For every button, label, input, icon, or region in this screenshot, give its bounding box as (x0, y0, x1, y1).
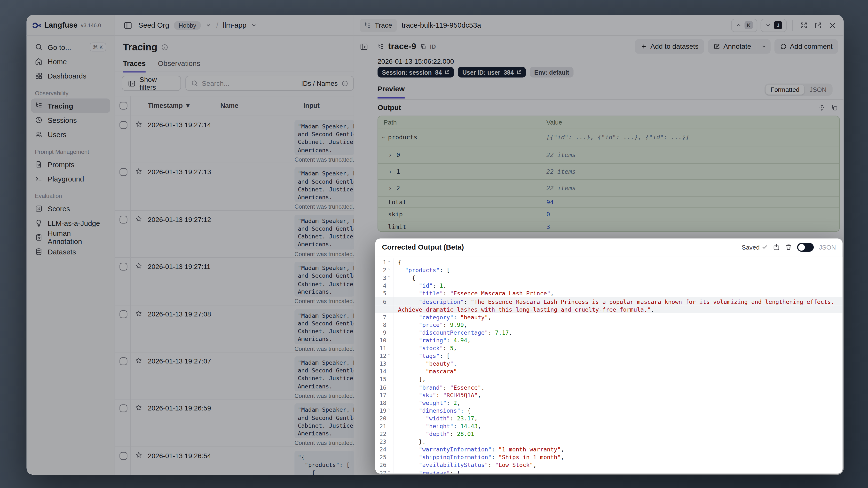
code-line: 21 "height": 14.43, (375, 422, 842, 430)
code-line: 2› "products": [ (375, 266, 842, 274)
code-text: "reviews": [ (394, 469, 460, 474)
saved-status: Saved (742, 244, 768, 250)
json-mode-toggle[interactable] (797, 243, 814, 251)
line-number: 16 (375, 383, 394, 391)
code-text: "price": 9.99, (394, 321, 467, 328)
code-text: "shippingInformation": "Ships in 1 month… (394, 454, 564, 460)
line-number: 2› (375, 266, 394, 274)
code-line: 5 "title": "Essence Mascara Lash Prince"… (375, 289, 842, 297)
code-line: 4 "id": 1, (375, 282, 842, 289)
app-window: Langfuse v3.146.0 Go to... ⌘ K HomeDashb… (27, 15, 844, 475)
code-line: 16 "brand": "Essence", (375, 383, 842, 391)
line-number: 6 (375, 297, 394, 305)
code-text: "width": 23.17, (394, 415, 477, 421)
code-text: "products": [ (394, 267, 450, 273)
code-line: 22 "depth": 28.01 (375, 430, 842, 437)
code-text: "category": "beauty", (394, 313, 491, 320)
save-icon[interactable] (773, 244, 780, 251)
line-number: 9 (375, 329, 394, 336)
code-text: "rating": 4.94, (394, 337, 471, 343)
code-text: Achieve dramatic lashes with this long-l… (394, 306, 654, 312)
line-number (375, 305, 394, 313)
line-number: 12› (375, 352, 394, 360)
code-text: "description": "The Essence Mascara Lash… (394, 298, 834, 305)
code-line: 6 "description": "The Essence Mascara La… (375, 297, 842, 305)
line-number: 15 (375, 375, 394, 383)
line-number: 24 (375, 446, 394, 453)
line-number: 7 (375, 313, 394, 321)
line-number: 22 (375, 430, 394, 437)
line-number: 26 (375, 461, 394, 469)
code-line: 3› { (375, 274, 842, 282)
code-text: "stock": 5, (394, 345, 457, 352)
code-text: "availabilityStatus": "Low Stock", (394, 462, 536, 468)
code-text: "discountPercentage": 7.17, (394, 329, 512, 336)
check-icon (762, 244, 768, 250)
code-line: 19› "dimensions": { (375, 406, 842, 414)
code-text: "dimensions": { (394, 407, 471, 414)
line-number: 19› (375, 406, 394, 414)
code-text: "sku": "RCH45Q1A", (394, 392, 481, 398)
corrected-output-title: Corrected Output (Beta) (382, 243, 464, 251)
code-line: 14 "mascara" (375, 368, 842, 375)
line-number: 21 (375, 422, 394, 430)
code-line: 12› "tags": [ (375, 352, 842, 360)
code-text: { (394, 259, 401, 266)
code-line: 8 "price": 9.99, (375, 321, 842, 329)
desktop: Langfuse v3.146.0 Go to... ⌘ K HomeDashb… (0, 0, 868, 488)
code-text: "tags": [ (394, 353, 450, 359)
code-line: 23 }, (375, 438, 842, 446)
line-number: 25 (375, 453, 394, 461)
code-line: 11 "stock": 5, (375, 344, 842, 352)
code-text: "mascara" (394, 368, 457, 375)
line-number: 14 (375, 368, 394, 375)
line-number: 5 (375, 289, 394, 297)
code-line: 17 "sku": "RCH45Q1A", (375, 391, 842, 399)
code-text: "title": "Essence Mascara Lash Prince", (394, 290, 554, 297)
json-code-editor[interactable]: 1›{2› "products": [3› {4 "id": 1,5 "titl… (375, 256, 842, 474)
code-text: ], (394, 376, 426, 383)
line-number: 17 (375, 391, 394, 399)
code-line: 24 "warrantyInformation": "1 month warra… (375, 446, 842, 453)
code-text: "depth": 28.01 (394, 431, 474, 437)
code-line: 10 "rating": 4.94, (375, 336, 842, 344)
code-text: "beauty", (394, 360, 457, 367)
corrected-output-card: Corrected Output (Beta) Saved JSON 1›{2›… (375, 238, 842, 474)
code-line: 26 "availabilityStatus": "Low Stock", (375, 461, 842, 469)
line-number: 27› (375, 469, 394, 474)
code-line: 20 "width": 23.17, (375, 414, 842, 422)
code-line: Achieve dramatic lashes with this long-l… (375, 305, 842, 313)
code-text: "weight": 2, (394, 399, 460, 406)
line-number: 20 (375, 414, 394, 422)
code-line: 7 "category": "beauty", (375, 313, 842, 321)
code-line: 18 "weight": 2, (375, 399, 842, 406)
line-number: 4 (375, 282, 394, 289)
line-number: 23 (375, 438, 394, 446)
code-text: "brand": "Essence", (394, 384, 485, 390)
line-number: 3› (375, 274, 394, 282)
json-toggle-label: JSON (819, 244, 836, 250)
code-line: 25 "shippingInformation": "Ships in 1 mo… (375, 453, 842, 461)
code-text: }, (394, 438, 426, 445)
line-number: 10 (375, 336, 394, 344)
line-number: 1› (375, 258, 394, 266)
code-text: "warrantyInformation": "1 month warranty… (394, 446, 564, 453)
code-text: "height": 14.43, (394, 423, 481, 429)
line-number: 18 (375, 399, 394, 406)
trash-icon[interactable] (785, 244, 793, 251)
code-line: 15 ], (375, 375, 842, 383)
line-number: 8 (375, 321, 394, 329)
code-text: "id": 1, (394, 282, 446, 289)
code-text: { (394, 275, 415, 281)
line-number: 11 (375, 344, 394, 352)
code-line: 9 "discountPercentage": 7.17, (375, 329, 842, 336)
code-line: 1›{ (375, 258, 842, 266)
code-line: 13 "beauty", (375, 360, 842, 368)
code-line: 27› "reviews": [ (375, 469, 842, 474)
line-number: 13 (375, 360, 394, 368)
